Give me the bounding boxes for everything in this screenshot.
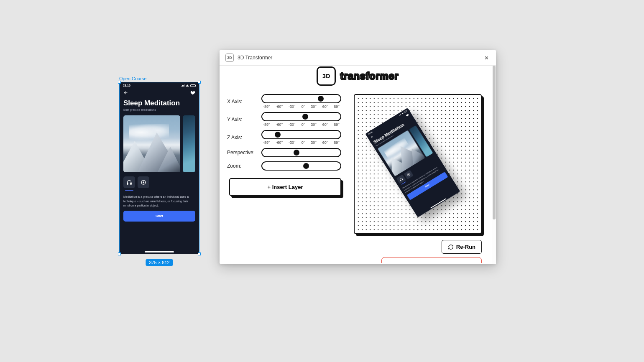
wifi-icon	[186, 84, 189, 87]
svg-point-3	[143, 181, 144, 183]
rerun-button[interactable]: Re-Run	[442, 240, 482, 254]
scrollbar-thumb[interactable]	[493, 66, 496, 219]
control-row: Perspective:	[227, 148, 341, 157]
svg-point-6	[141, 182, 142, 183]
scrollbar[interactable]	[492, 66, 496, 264]
hero-image[interactable]	[123, 115, 180, 172]
signal-icon	[181, 84, 184, 87]
tick-label: -60°	[276, 105, 283, 109]
plugin-panel[interactable]: 3D 3D Transformer 3D transformer X Axis:…	[220, 50, 496, 264]
svg-point-4	[143, 180, 144, 181]
tick-label: 60°	[322, 140, 328, 145]
slider-ticks: -89°-60°-30°0°30°60°89°	[261, 139, 341, 145]
close-button[interactable]	[483, 54, 490, 61]
screen-subtitle: Best practice meditations	[119, 108, 199, 111]
control-row: X Axis:-89°-60°-30°0°30°60°89°	[227, 94, 341, 109]
heart-icon[interactable]	[190, 90, 195, 95]
selected-frame[interactable]: Open Course 23:10 Sleep Meditation Best …	[119, 82, 199, 254]
tick-label: -30°	[289, 122, 296, 127]
tick-label: 0°	[302, 140, 305, 145]
status-bar: 23:10	[119, 82, 199, 88]
tick-label: -30°	[289, 140, 296, 145]
tick-label: 89°	[334, 140, 340, 145]
controls-column: X Axis:-89°-60°-30°0°30°60°89°Y Axis:-89…	[227, 94, 341, 234]
panel-header: 3D 3D Transformer	[220, 50, 496, 66]
svg-point-11	[408, 174, 409, 176]
tick-label: 89°	[334, 122, 340, 127]
tick-label: 0°	[302, 105, 305, 109]
svg-point-5	[143, 184, 144, 184]
battery-icon	[190, 84, 196, 87]
svg-rect-9	[402, 179, 403, 180]
size-badge: 375 × 812	[146, 259, 173, 266]
svg-rect-8	[400, 180, 401, 181]
status-time: 23:10	[123, 84, 130, 87]
description: Meditation is a practice where an indivi…	[119, 191, 199, 208]
frame-label[interactable]: Open Course	[119, 76, 146, 81]
panel-title: 3D Transformer	[238, 55, 483, 61]
slider-knob[interactable]	[302, 114, 308, 120]
slider[interactable]: -89°-60°-30°0°30°60°89°	[261, 94, 341, 109]
plugin-icon: 3D	[225, 54, 234, 62]
slider-knob[interactable]	[318, 96, 324, 102]
slider[interactable]: -89°-60°-30°0°30°60°89°	[261, 130, 341, 145]
control-row: Zoom:	[227, 161, 341, 171]
slider-knob[interactable]	[275, 132, 281, 138]
slider-knob[interactable]	[303, 163, 309, 169]
slider[interactable]: -89°-60°-30°0°30°60°89°	[261, 112, 341, 127]
tick-label: -89°	[263, 122, 270, 127]
tick-label: 30°	[311, 105, 317, 109]
hero-image-row	[119, 111, 199, 172]
control-row: Z Axis:-89°-60°-30°0°30°60°89°	[227, 130, 341, 145]
logo-badge: 3D	[317, 66, 336, 86]
control-label: Perspective:	[227, 150, 261, 156]
control-label: Z Axis:	[227, 135, 261, 140]
insert-layer-button[interactable]: + Insert Layer	[229, 178, 341, 196]
video-chip[interactable]	[138, 176, 149, 188]
tick-label: -89°	[263, 105, 270, 109]
headphones-chip[interactable]	[123, 176, 135, 188]
partial-red-box	[381, 257, 482, 263]
logo-text: transformer	[340, 71, 399, 82]
slider-ticks: -89°-60°-30°0°30°60°89°	[261, 121, 341, 127]
tick-label: -30°	[289, 105, 296, 109]
control-label: X Axis:	[227, 99, 261, 105]
control-label: Zoom:	[227, 163, 261, 169]
phone-frame[interactable]: 23:10 Sleep Meditation Best practice med…	[119, 82, 199, 254]
start-button[interactable]: Start	[123, 211, 195, 222]
status-icons	[181, 84, 196, 87]
tick-label: 89°	[334, 105, 340, 109]
control-label: Y Axis:	[227, 117, 261, 122]
plugin-logo: 3D transformer	[220, 66, 496, 88]
screen-title: Sleep Meditation	[119, 96, 199, 108]
svg-point-7	[145, 182, 146, 183]
slider[interactable]	[261, 161, 341, 171]
tick-label: -89°	[263, 140, 270, 145]
slider[interactable]	[261, 148, 341, 157]
control-row: Y Axis:-89°-60°-30°0°30°60°89°	[227, 112, 341, 127]
tick-label: -60°	[276, 140, 283, 145]
back-icon[interactable]	[123, 90, 128, 95]
nav-row	[119, 88, 199, 96]
hero-image-peek[interactable]	[183, 115, 195, 172]
tick-label: 0°	[302, 122, 305, 127]
svg-rect-1	[130, 183, 131, 184]
tick-label: 60°	[322, 105, 328, 109]
panel-body: 3D transformer X Axis:-89°-60°-30°0°30°6…	[220, 66, 496, 264]
slider-ticks: -89°-60°-30°0°30°60°89°	[261, 103, 341, 109]
home-indicator	[145, 251, 174, 252]
tick-label: 30°	[311, 122, 317, 127]
slider-knob[interactable]	[294, 150, 299, 156]
chip-row	[119, 172, 199, 188]
preview-canvas[interactable]: 23:10 Sleep Medi	[354, 94, 482, 234]
tick-label: -60°	[276, 122, 283, 127]
tick-label: 30°	[311, 140, 317, 145]
tick-label: 60°	[322, 122, 328, 127]
svg-rect-0	[127, 183, 128, 184]
rerun-label: Re-Run	[456, 244, 475, 250]
